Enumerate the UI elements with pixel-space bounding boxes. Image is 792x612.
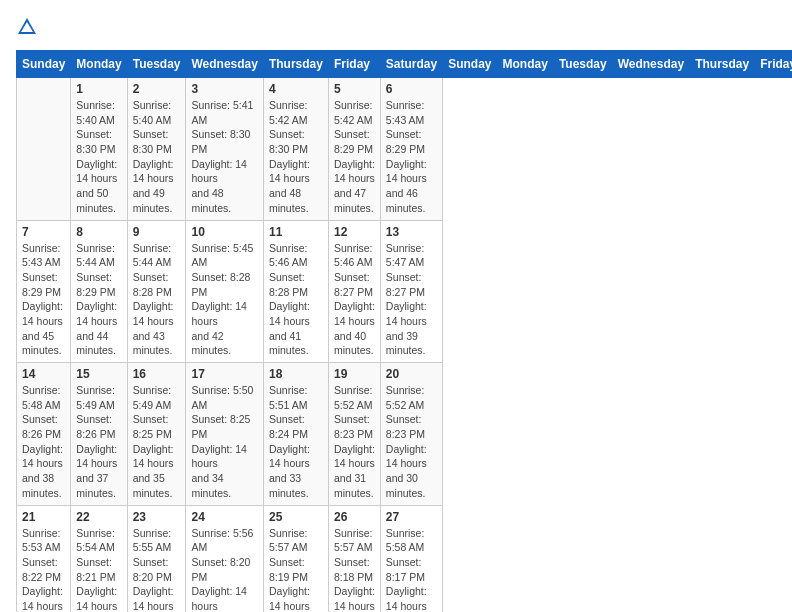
calendar-cell: 7Sunrise: 5:43 AMSunset: 8:29 PMDaylight…	[17, 220, 71, 363]
day-number: 12	[334, 225, 375, 239]
day-of-week-header: Saturday	[380, 51, 442, 78]
day-of-week-header: Sunday	[443, 51, 497, 78]
calendar-cell: 25Sunrise: 5:57 AMSunset: 8:19 PMDayligh…	[263, 505, 328, 612]
calendar-week-row: 14Sunrise: 5:48 AMSunset: 8:26 PMDayligh…	[17, 363, 793, 506]
day-number: 19	[334, 367, 375, 381]
day-number: 22	[76, 510, 121, 524]
day-number: 14	[22, 367, 65, 381]
day-number: 13	[386, 225, 437, 239]
day-number: 5	[334, 82, 375, 96]
day-info: Sunrise: 5:48 AMSunset: 8:26 PMDaylight:…	[22, 383, 65, 501]
day-number: 4	[269, 82, 323, 96]
calendar-table: SundayMondayTuesdayWednesdayThursdayFrid…	[16, 50, 792, 612]
logo	[16, 16, 42, 38]
day-info: Sunrise: 5:52 AMSunset: 8:23 PMDaylight:…	[334, 383, 375, 501]
day-number: 27	[386, 510, 437, 524]
calendar-cell: 20Sunrise: 5:52 AMSunset: 8:23 PMDayligh…	[380, 363, 442, 506]
day-number: 3	[191, 82, 257, 96]
day-number: 1	[76, 82, 121, 96]
day-info: Sunrise: 5:47 AMSunset: 8:27 PMDaylight:…	[386, 241, 437, 359]
calendar-cell: 4Sunrise: 5:42 AMSunset: 8:30 PMDaylight…	[263, 78, 328, 221]
day-info: Sunrise: 5:49 AMSunset: 8:25 PMDaylight:…	[133, 383, 181, 501]
calendar-week-row: 21Sunrise: 5:53 AMSunset: 8:22 PMDayligh…	[17, 505, 793, 612]
day-info: Sunrise: 5:41 AMSunset: 8:30 PMDaylight:…	[191, 98, 257, 216]
day-of-week-header: Friday	[755, 51, 792, 78]
calendar-cell: 3Sunrise: 5:41 AMSunset: 8:30 PMDaylight…	[186, 78, 263, 221]
calendar-cell: 9Sunrise: 5:44 AMSunset: 8:28 PMDaylight…	[127, 220, 186, 363]
day-info: Sunrise: 5:55 AMSunset: 8:20 PMDaylight:…	[133, 526, 181, 613]
day-number: 23	[133, 510, 181, 524]
day-number: 20	[386, 367, 437, 381]
day-number: 16	[133, 367, 181, 381]
calendar-cell: 21Sunrise: 5:53 AMSunset: 8:22 PMDayligh…	[17, 505, 71, 612]
day-of-week-header: Monday	[71, 51, 127, 78]
day-info: Sunrise: 5:44 AMSunset: 8:29 PMDaylight:…	[76, 241, 121, 359]
calendar-cell: 16Sunrise: 5:49 AMSunset: 8:25 PMDayligh…	[127, 363, 186, 506]
day-info: Sunrise: 5:40 AMSunset: 8:30 PMDaylight:…	[133, 98, 181, 216]
day-info: Sunrise: 5:56 AMSunset: 8:20 PMDaylight:…	[191, 526, 257, 613]
calendar-cell: 26Sunrise: 5:57 AMSunset: 8:18 PMDayligh…	[328, 505, 380, 612]
calendar-cell: 17Sunrise: 5:50 AMSunset: 8:25 PMDayligh…	[186, 363, 263, 506]
calendar-cell: 24Sunrise: 5:56 AMSunset: 8:20 PMDayligh…	[186, 505, 263, 612]
day-number: 11	[269, 225, 323, 239]
calendar-cell: 5Sunrise: 5:42 AMSunset: 8:29 PMDaylight…	[328, 78, 380, 221]
day-number: 24	[191, 510, 257, 524]
calendar-week-row: 7Sunrise: 5:43 AMSunset: 8:29 PMDaylight…	[17, 220, 793, 363]
calendar-cell: 15Sunrise: 5:49 AMSunset: 8:26 PMDayligh…	[71, 363, 127, 506]
day-info: Sunrise: 5:54 AMSunset: 8:21 PMDaylight:…	[76, 526, 121, 613]
day-number: 10	[191, 225, 257, 239]
calendar-cell: 6Sunrise: 5:43 AMSunset: 8:29 PMDaylight…	[380, 78, 442, 221]
calendar-cell: 19Sunrise: 5:52 AMSunset: 8:23 PMDayligh…	[328, 363, 380, 506]
day-number: 25	[269, 510, 323, 524]
calendar-cell: 23Sunrise: 5:55 AMSunset: 8:20 PMDayligh…	[127, 505, 186, 612]
day-number: 2	[133, 82, 181, 96]
day-number: 9	[133, 225, 181, 239]
calendar-cell: 8Sunrise: 5:44 AMSunset: 8:29 PMDaylight…	[71, 220, 127, 363]
day-number: 21	[22, 510, 65, 524]
day-info: Sunrise: 5:43 AMSunset: 8:29 PMDaylight:…	[22, 241, 65, 359]
day-info: Sunrise: 5:52 AMSunset: 8:23 PMDaylight:…	[386, 383, 437, 501]
day-info: Sunrise: 5:40 AMSunset: 8:30 PMDaylight:…	[76, 98, 121, 216]
calendar-cell: 27Sunrise: 5:58 AMSunset: 8:17 PMDayligh…	[380, 505, 442, 612]
day-of-week-header: Sunday	[17, 51, 71, 78]
day-of-week-header: Thursday	[263, 51, 328, 78]
day-of-week-header: Monday	[497, 51, 553, 78]
day-info: Sunrise: 5:45 AMSunset: 8:28 PMDaylight:…	[191, 241, 257, 359]
day-info: Sunrise: 5:57 AMSunset: 8:18 PMDaylight:…	[334, 526, 375, 613]
calendar-cell: 1Sunrise: 5:40 AMSunset: 8:30 PMDaylight…	[71, 78, 127, 221]
calendar-cell: 2Sunrise: 5:40 AMSunset: 8:30 PMDaylight…	[127, 78, 186, 221]
calendar-week-row: 1Sunrise: 5:40 AMSunset: 8:30 PMDaylight…	[17, 78, 793, 221]
calendar-cell: 18Sunrise: 5:51 AMSunset: 8:24 PMDayligh…	[263, 363, 328, 506]
calendar-cell: 22Sunrise: 5:54 AMSunset: 8:21 PMDayligh…	[71, 505, 127, 612]
logo-icon	[16, 16, 38, 38]
day-of-week-header: Tuesday	[127, 51, 186, 78]
day-of-week-header: Wednesday	[186, 51, 263, 78]
day-of-week-header: Thursday	[690, 51, 755, 78]
day-info: Sunrise: 5:44 AMSunset: 8:28 PMDaylight:…	[133, 241, 181, 359]
calendar-cell: 11Sunrise: 5:46 AMSunset: 8:28 PMDayligh…	[263, 220, 328, 363]
day-of-week-header: Wednesday	[612, 51, 689, 78]
calendar-header-row: SundayMondayTuesdayWednesdayThursdayFrid…	[17, 51, 793, 78]
day-info: Sunrise: 5:42 AMSunset: 8:30 PMDaylight:…	[269, 98, 323, 216]
day-info: Sunrise: 5:46 AMSunset: 8:27 PMDaylight:…	[334, 241, 375, 359]
day-info: Sunrise: 5:46 AMSunset: 8:28 PMDaylight:…	[269, 241, 323, 359]
page-header	[16, 16, 776, 38]
day-info: Sunrise: 5:42 AMSunset: 8:29 PMDaylight:…	[334, 98, 375, 216]
day-number: 8	[76, 225, 121, 239]
day-number: 18	[269, 367, 323, 381]
day-info: Sunrise: 5:43 AMSunset: 8:29 PMDaylight:…	[386, 98, 437, 216]
calendar-cell: 14Sunrise: 5:48 AMSunset: 8:26 PMDayligh…	[17, 363, 71, 506]
day-info: Sunrise: 5:50 AMSunset: 8:25 PMDaylight:…	[191, 383, 257, 501]
day-number: 7	[22, 225, 65, 239]
calendar-cell: 12Sunrise: 5:46 AMSunset: 8:27 PMDayligh…	[328, 220, 380, 363]
day-number: 6	[386, 82, 437, 96]
day-number: 26	[334, 510, 375, 524]
day-info: Sunrise: 5:51 AMSunset: 8:24 PMDaylight:…	[269, 383, 323, 501]
day-info: Sunrise: 5:57 AMSunset: 8:19 PMDaylight:…	[269, 526, 323, 613]
day-info: Sunrise: 5:53 AMSunset: 8:22 PMDaylight:…	[22, 526, 65, 613]
calendar-cell: 10Sunrise: 5:45 AMSunset: 8:28 PMDayligh…	[186, 220, 263, 363]
calendar-cell: 13Sunrise: 5:47 AMSunset: 8:27 PMDayligh…	[380, 220, 442, 363]
day-of-week-header: Friday	[328, 51, 380, 78]
day-info: Sunrise: 5:49 AMSunset: 8:26 PMDaylight:…	[76, 383, 121, 501]
day-number: 17	[191, 367, 257, 381]
